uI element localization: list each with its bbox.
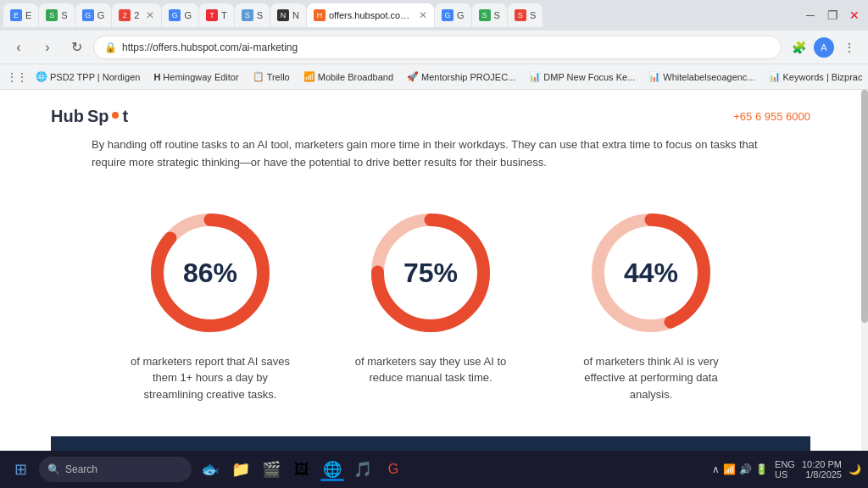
profile-button[interactable]: A [814,37,834,58]
system-icons: ∧ 📶 🔊 🔋 [712,463,768,475]
tab-4[interactable]: 2 2 ✕ [112,3,161,27]
clock-date: 1/8/2025 [802,469,842,480]
speaker-icon[interactable]: 🔊 [739,463,752,475]
tab-bar: E E S S G G 2 2 ✕ G G T T S S N N [0,0,868,30]
tab-9-active[interactable]: H offers.hubspot.com/a... ✕ [307,3,434,27]
battery-icon[interactable]: 🔋 [755,463,768,475]
stat-item-2: 75% of marketers say they use AI to redu… [346,209,515,386]
donut-86: 86% [147,209,274,336]
windows-logo-icon: ⊞ [14,460,27,479]
minimize-button[interactable]: ─ [800,5,821,25]
donut-44: 44% [587,209,715,336]
bm-trello[interactable]: 📋Trello [248,69,295,84]
stat-item-3: 44% of marketers think AI is very effect… [566,209,736,403]
apps-button[interactable]: ⋮⋮ [7,65,27,89]
restore-button[interactable]: ❐ [822,5,843,25]
stat-desc-3: of marketers think AI is very effective … [566,353,736,403]
phone-number: +65 6 955 6000 [733,110,810,123]
reload-button[interactable]: ↻ [64,36,88,59]
stat-desc-1: of marketers report that AI saves them 1… [125,353,295,403]
bm-dmp[interactable]: 📊DMP New Focus Ke... [524,69,640,84]
more-button[interactable]: ⋮ [837,36,861,59]
notification-icon[interactable]: 🌙 [849,463,861,475]
secure-icon: 🔒 [104,42,117,53]
tab-10[interactable]: G G [435,3,471,27]
donut-75: 75% [367,209,494,336]
network-icon[interactable]: 📶 [723,463,736,475]
tab-5[interactable]: G G [162,3,198,27]
stat-desc-2: of marketers say they use AI to reduce m… [346,353,515,386]
hubspot-logo: Hub Sp t [51,107,128,126]
bm-psd2[interactable]: 🌐PSD2 TPP | Nordigen [31,69,145,84]
forward-button[interactable]: › [36,36,59,59]
scrollbar-track[interactable] [861,90,868,479]
search-icon: 🔍 [47,463,60,475]
taskbar-app-folder[interactable]: 📁 [227,456,254,483]
taskbar-apps: 🐟 📁 🎬 🖼 🌐 🎵 G [197,456,407,483]
stat-item-1: 86% of marketers report that AI saves th… [125,209,295,403]
tab-12[interactable]: S S [508,3,542,27]
taskbar: ⊞ 🔍 Search 🐟 📁 🎬 🖼 🌐 🎵 G ∧ � [0,451,868,488]
bm-mobile[interactable]: 📶Mobile Broadband [298,69,398,84]
logo-text: Hub [51,107,84,126]
back-button[interactable]: ‹ [7,36,31,59]
scrollbar-thumb [861,90,868,323]
window-controls: ─ ❐ ✕ [800,5,865,25]
bm-keywords[interactable]: 📊Keywords | Bizprac [764,69,868,84]
clock[interactable]: 10:20 PM 1/8/2025 [802,459,842,480]
bm-hemingway[interactable]: HHemingway Editor [148,70,243,84]
profile-area: 🧩 A ⋮ [787,36,861,59]
close-button[interactable]: ✕ [844,5,865,25]
taskbar-app-video[interactable]: 🎬 [258,456,285,483]
logo-t: t [122,107,128,126]
page-wrapper: Hub Sp t +65 6 955 6000 By handing off r… [0,90,868,479]
url-text: https://offers.hubspot.com/ai-marketing [122,42,771,53]
search-label: Search [65,463,97,475]
taskbar-app-photos[interactable]: 🖼 [288,456,315,483]
address-bar: ‹ › ↻ 🔒 https://offers.hubspot.com/ai-ma… [0,30,868,64]
taskbar-app-edge[interactable]: 🌐 [319,456,346,483]
tab-3[interactable]: G G [75,3,112,27]
tab-6[interactable]: T T [199,3,234,27]
extensions-button[interactable]: 🧩 [787,36,810,59]
taskbar-app-fish[interactable]: 🐟 [197,456,224,483]
taskbar-right: ∧ 📶 🔊 🔋 ENGUS 10:20 PM 1/8/2025 🌙 [712,459,861,480]
stat-percent-3: 44% [624,257,678,288]
language-indicator: ENGUS [775,459,795,480]
bm-whitelabel[interactable]: 📊Whitelabelseoagenc... [643,69,760,84]
tab-7[interactable]: S S [235,3,270,27]
stat-percent-2: 75% [403,257,458,288]
start-button[interactable]: ⊞ [7,456,34,483]
taskbar-search-box[interactable]: 🔍 Search [39,457,192,482]
tab-1[interactable]: E E [3,3,38,27]
intro-text: By handing off routine tasks to an AI to… [92,136,770,172]
browser-chrome: E E S S G G 2 2 ✕ G G T T S S N N [0,0,868,90]
taskbar-app-spotify[interactable]: 🎵 [349,456,376,483]
chevron-up-icon[interactable]: ∧ [712,463,720,475]
logo-eye-dot [112,112,119,119]
bookmarks-bar: ⋮⋮ 🌐PSD2 TPP | Nordigen HHemingway Edito… [0,64,868,90]
active-indicator [320,479,344,481]
tab-11[interactable]: S S [472,3,507,27]
clock-time: 10:20 PM [802,459,842,469]
taskbar-app-g[interactable]: G [380,456,407,483]
stats-section: 86% of marketers report that AI saves th… [51,192,810,420]
bm-mentorship[interactable]: 🚀Mentorship PROJEC... [402,69,520,84]
tab-2[interactable]: S S [39,3,74,27]
stat-percent-1: 86% [183,257,237,288]
page-content: Hub Sp t +65 6 955 6000 By handing off r… [0,90,861,479]
site-header: Hub Sp t +65 6 955 6000 [51,107,810,136]
url-input[interactable]: 🔒 https://offers.hubspot.com/ai-marketin… [93,36,782,59]
tab-8[interactable]: N N [270,3,306,27]
logo-spot: Sp [87,107,109,126]
